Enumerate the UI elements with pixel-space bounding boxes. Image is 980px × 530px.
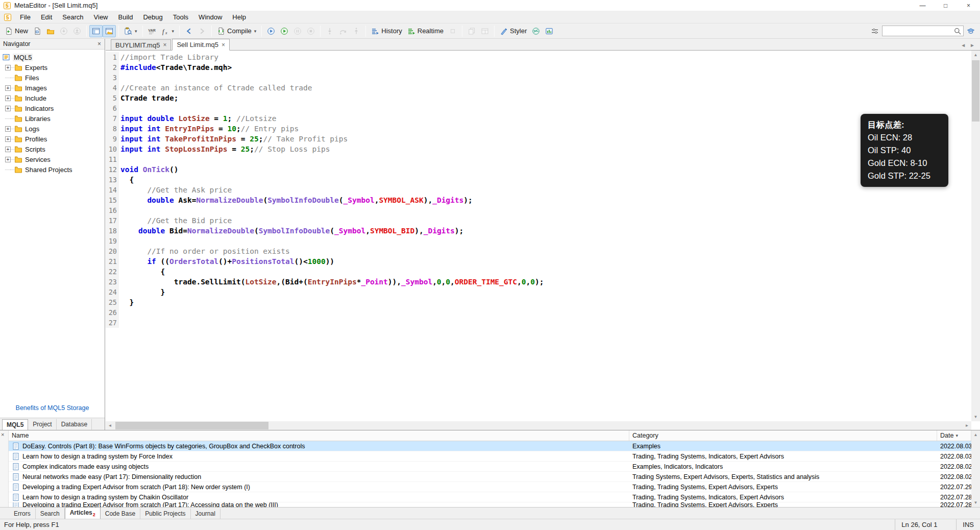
code-line-21[interactable]: 21 if ((OrdersTotal()+PositionsTotal()<1… <box>106 256 971 267</box>
code-line-9[interactable]: 9input int TakeProfitInPips = 25;// Take… <box>106 134 971 144</box>
toolbar-options-icon[interactable] <box>871 27 879 35</box>
tab-scroll-left-icon[interactable]: ◄ <box>961 42 966 48</box>
menu-help[interactable]: Help <box>227 13 251 21</box>
article-row[interactable]: Developing a trading Expert Advisor from… <box>9 482 971 492</box>
toolbar-toggle-navigator-button[interactable] <box>89 25 103 37</box>
code-line-7[interactable]: 7input double LotSize = 1; //Lotsize <box>106 113 971 124</box>
toolbox-tab-search[interactable]: Search <box>36 509 65 519</box>
code-line-10[interactable]: 10input int StopLossInPips = 25;// Stop … <box>106 144 971 154</box>
expand-icon[interactable]: + <box>5 136 11 142</box>
expand-icon[interactable]: + <box>5 95 11 101</box>
column-header-date[interactable]: Date▾ <box>937 430 971 441</box>
tree-item-profiles[interactable]: +Profiles <box>0 134 105 144</box>
code-line-19[interactable]: 19 <box>106 236 971 246</box>
tree-item-shared-projects[interactable]: Shared Projects <box>0 164 105 175</box>
toolbar-search-replace-button[interactable]: ▾ <box>121 25 140 37</box>
tab-close-icon[interactable]: × <box>222 41 225 49</box>
code-line-2[interactable]: 2#include<Trade\Trade.mqh> <box>106 62 971 73</box>
scroll-left-icon[interactable]: ◄ <box>106 421 114 430</box>
horizontal-scroll-thumb[interactable] <box>115 422 268 429</box>
code-line-18[interactable]: 18 double Bid=NormalizeDouble(SymbolInfo… <box>106 226 971 236</box>
tab-close-icon[interactable]: × <box>163 41 166 49</box>
scroll-down-icon[interactable]: ▼ <box>971 498 980 507</box>
code-line-1[interactable]: 1//import Trade Library <box>106 52 971 62</box>
code-line-15[interactable]: 15 double Ask=NormalizeDouble(SymbolInfo… <box>106 195 971 205</box>
article-row[interactable]: Developing a trading Expert Advisor from… <box>9 502 971 507</box>
tree-item-libraries[interactable]: Libraries <box>0 113 105 124</box>
code-line-3[interactable]: 3 <box>106 73 971 83</box>
scroll-up-icon[interactable]: ▲ <box>971 51 980 59</box>
code-line-25[interactable]: 25 } <box>106 297 971 307</box>
navigator-tab-project[interactable]: Project <box>28 419 56 430</box>
mql5-storage-link[interactable]: Benefits of MQL5 Storage <box>0 404 105 412</box>
toolbar-mql5-community-button[interactable] <box>529 25 543 37</box>
dropdown-icon[interactable]: ▾ <box>135 29 137 34</box>
expand-icon[interactable]: + <box>5 65 11 70</box>
code-line-12[interactable]: 12void OnTick() <box>106 164 971 175</box>
toolbox-tab-public-projects[interactable]: Public Projects <box>140 509 190 519</box>
code-line-27[interactable]: 27 <box>106 318 971 328</box>
menu-edit[interactable]: Edit <box>36 13 57 21</box>
code-line-6[interactable]: 6 <box>106 103 971 113</box>
menu-window[interactable]: Window <box>193 13 227 21</box>
scroll-down-icon[interactable]: ▼ <box>971 413 980 421</box>
tree-item-include[interactable]: +Include <box>0 93 105 103</box>
expand-icon[interactable]: + <box>5 147 11 152</box>
toolbox-tab-articles[interactable]: Articles2 <box>65 507 101 519</box>
code-line-5[interactable]: 5CTrade trade; <box>106 93 971 103</box>
toolbox-close-icon[interactable]: × <box>1 431 4 438</box>
dropdown-icon[interactable]: ▾ <box>254 29 257 34</box>
learn-icon[interactable] <box>967 27 975 35</box>
scroll-up-icon[interactable]: ▲ <box>971 430 980 439</box>
toolbar-open-folder-button[interactable] <box>44 25 57 37</box>
code-line-20[interactable]: 20 //If no order or position exists <box>106 246 971 256</box>
expand-icon[interactable]: + <box>5 85 11 91</box>
toolbar-styler-button[interactable]: Styler <box>497 25 529 37</box>
code-line-17[interactable]: 17 //Get the Bid price <box>106 215 971 226</box>
code-line-24[interactable]: 24 } <box>106 287 971 297</box>
tree-item-logs[interactable]: +Logs <box>0 124 105 134</box>
editor-vertical-scrollbar[interactable]: ▲ ▼ <box>971 51 980 421</box>
article-row[interactable]: Complex indicators made easy using objec… <box>9 462 971 472</box>
tab-scroll-right-icon[interactable]: ► <box>970 42 975 48</box>
menu-debug[interactable]: Debug <box>138 13 167 21</box>
tree-item-images[interactable]: +Images <box>0 83 105 93</box>
toolbar-insert-var-button[interactable]: VAR <box>145 25 159 37</box>
editor-horizontal-scrollbar[interactable]: ◄ ► <box>106 421 971 430</box>
navigator-tab-database[interactable]: Database <box>57 419 92 430</box>
file-tab-buylimit-mq5[interactable]: BUYLIMIT.mq5× <box>111 39 171 50</box>
search-input[interactable] <box>884 27 953 35</box>
article-row[interactable]: Learn how to design a trading system by … <box>9 492 971 502</box>
toolbar-debug-realtime-button[interactable] <box>264 25 278 37</box>
code-line-11[interactable]: 11 <box>106 154 971 164</box>
code-line-23[interactable]: 23 trade.SellLimit(LotSize,(Bid+(EntryIn… <box>106 277 971 287</box>
expand-icon[interactable]: + <box>5 106 11 111</box>
code-line-22[interactable]: 22 { <box>106 267 971 277</box>
article-row[interactable]: Neural networks made easy (Part 17): Dim… <box>9 472 971 482</box>
maximize-button[interactable]: □ <box>934 0 957 11</box>
expand-icon[interactable]: + <box>5 157 11 162</box>
dropdown-icon[interactable]: ▾ <box>172 29 175 34</box>
navigator-close-icon[interactable]: × <box>96 40 103 47</box>
menu-search[interactable]: Search <box>57 13 88 21</box>
navigator-tab-mql5[interactable]: MQL5 <box>2 419 28 430</box>
code-line-14[interactable]: 14 //Get the Ask price <box>106 185 971 195</box>
code-line-16[interactable]: 16 <box>106 205 971 215</box>
vertical-scroll-thumb[interactable] <box>972 60 979 122</box>
tree-item-services[interactable]: +Services <box>0 154 105 164</box>
tree-item-indicators[interactable]: +Indicators <box>0 103 105 113</box>
menu-build[interactable]: Build <box>113 13 138 21</box>
code-line-4[interactable]: 4//Create an instance of Ctrade called t… <box>106 83 971 93</box>
toolbar-go-back-button[interactable] <box>182 25 195 37</box>
article-row[interactable]: DoEasy. Controls (Part 8): Base WinForms… <box>9 441 971 451</box>
menu-tools[interactable]: Tools <box>168 13 193 21</box>
tree-item-scripts[interactable]: +Scripts <box>0 144 105 154</box>
toolbar-toggle-toolbox-button[interactable] <box>103 25 116 37</box>
toolbox-tab-code-base[interactable]: Code Base <box>101 509 140 519</box>
column-header-name[interactable]: Name <box>9 430 629 441</box>
tree-item-mql5[interactable]: MQL5 <box>0 52 105 62</box>
code-line-13[interactable]: 13 { <box>106 175 971 185</box>
minimize-button[interactable]: — <box>911 0 934 11</box>
expand-icon[interactable]: + <box>5 126 11 132</box>
menu-file[interactable]: File <box>15 13 36 21</box>
